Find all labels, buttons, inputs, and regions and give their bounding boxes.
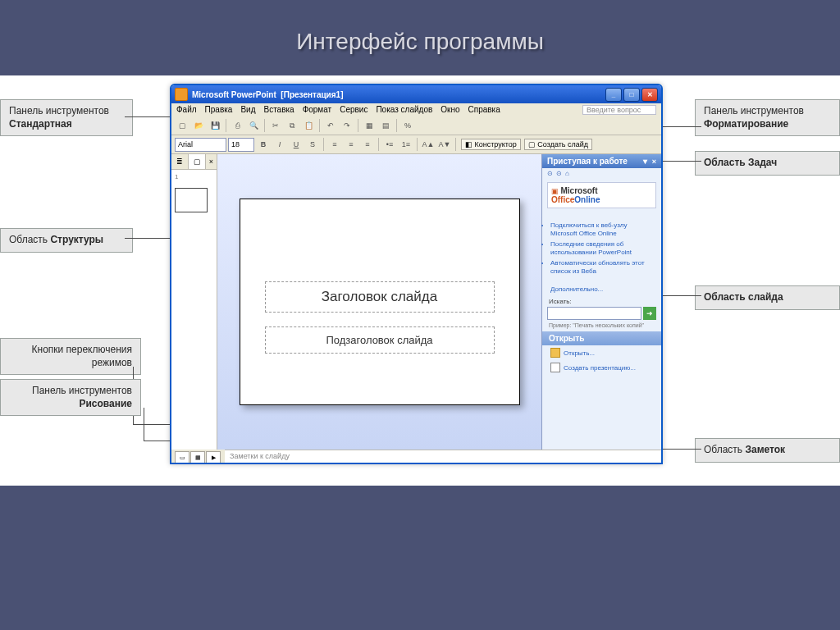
menu-slideshow[interactable]: Показ слайдов — [376, 105, 432, 115]
callout-task-pane: Область Задач — [695, 151, 840, 176]
increase-font-icon[interactable]: A▲ — [421, 137, 436, 152]
tp-link[interactable]: Последние сведения об использовании Powe… — [550, 240, 653, 257]
callout-view-buttons: Кнопки переключениярежимов — [0, 338, 141, 375]
table-icon[interactable]: ▤ — [378, 118, 393, 133]
slideshow-view-button[interactable]: ▶ — [206, 451, 221, 464]
new-icon[interactable]: ▢ — [175, 118, 189, 133]
open-file-link[interactable]: Открыть... — [542, 345, 661, 360]
callout-formatting-toolbar: Панель инструментовФорматирование — [695, 99, 840, 136]
menu-format[interactable]: Формат — [303, 105, 332, 115]
leader-line — [144, 441, 172, 441]
shadow-icon[interactable]: S — [305, 137, 320, 152]
work-area: ≣ ▢ × 1 Заголовок слайда Подзаголовок сл… — [171, 154, 661, 450]
align-left-icon[interactable]: ≡ — [327, 137, 342, 152]
title-bar[interactable]: Microsoft PowerPoint [Презентация1] _ □ … — [171, 85, 661, 103]
menu-help[interactable]: Справка — [468, 105, 500, 115]
callout-slide-area: Область слайда — [695, 285, 840, 310]
bullets-icon[interactable]: •≡ — [382, 137, 397, 152]
thumb-number: 1 — [175, 173, 178, 180]
new-presentation-link[interactable]: Создать презентацию... — [542, 360, 661, 375]
task-pane-nav[interactable]: ⊙⊙⌂ — [542, 168, 661, 179]
font-size-box[interactable]: 18 — [228, 138, 254, 152]
align-right-icon[interactable]: ≡ — [360, 137, 375, 152]
task-pane-header[interactable]: Приступая к работе ▾ × — [542, 154, 661, 168]
leader-line — [656, 161, 701, 162]
menu-insert[interactable]: Вставка — [263, 105, 294, 115]
help-question-box[interactable]: Введите вопрос — [582, 105, 656, 115]
leader-line — [125, 116, 170, 117]
tp-link[interactable]: Подключиться к веб-узлу Microsoft Office… — [550, 221, 653, 238]
title-placeholder[interactable]: Заголовок слайда — [265, 281, 495, 313]
new-doc-icon — [550, 363, 560, 372]
decrease-font-icon[interactable]: A▼ — [437, 137, 452, 152]
underline-icon[interactable]: U — [289, 137, 304, 152]
view-buttons: ▭ ▦ ▶ — [171, 450, 225, 464]
outline-tab-slides[interactable]: ▢ — [189, 154, 206, 169]
tp-more-link[interactable]: Дополнительно... — [542, 285, 661, 296]
close-button[interactable]: ✕ — [641, 88, 658, 102]
powerpoint-window: Microsoft PowerPoint [Презентация1] _ □ … — [170, 84, 663, 464]
leader-line — [133, 424, 174, 425]
callout-standard-toolbar: Панель инструментовСтандартная — [0, 99, 133, 136]
search-example: Пример: "Печать нескольких копий" — [542, 322, 661, 331]
page-title: Интерфейс программы — [0, 0, 840, 75]
designer-button[interactable]: ◧ Конструктор — [461, 139, 521, 150]
undo-icon[interactable]: ↶ — [323, 118, 338, 133]
menu-tools[interactable]: Сервис — [340, 105, 368, 115]
callout-drawing-toolbar: Панель инструментовРисование — [0, 379, 141, 416]
menu-edit[interactable]: Правка — [205, 105, 233, 115]
callout-notes-area: Область Заметок — [695, 438, 840, 463]
slide-thumbnail[interactable] — [175, 188, 208, 212]
italic-icon[interactable]: I — [272, 137, 287, 152]
task-pane-open-header: Открыть — [542, 331, 661, 345]
leader-line — [144, 408, 144, 441]
menu-file[interactable]: Файл — [176, 105, 197, 115]
task-pane-close-icon[interactable]: × — [652, 158, 656, 166]
task-pane-search-input[interactable] — [547, 307, 641, 320]
outline-tab-text[interactable]: ≣ — [171, 154, 189, 169]
title-text: Microsoft PowerPoint [Презентация1] — [192, 90, 604, 99]
cut-icon[interactable]: ✂ — [268, 118, 283, 133]
menu-window[interactable]: Окно — [441, 105, 459, 115]
app-icon — [175, 88, 188, 101]
slide-canvas[interactable]: Заголовок слайда Подзаголовок слайда — [240, 199, 520, 405]
diagram-canvas: Панель инструментовСтандартная Область С… — [0, 75, 840, 486]
search-go-button[interactable]: ➜ — [643, 307, 656, 320]
callout-outline-area: Область Структуры — [0, 228, 133, 253]
chart-icon[interactable]: ▦ — [362, 118, 377, 133]
minimize-button[interactable]: _ — [605, 88, 622, 102]
tp-link[interactable]: Автоматически обновлять этот список из В… — [550, 259, 653, 276]
menu-view[interactable]: Вид — [240, 105, 255, 115]
outline-tab-close[interactable]: × — [206, 154, 217, 169]
paste-icon[interactable]: 📋 — [301, 118, 316, 133]
formatting-toolbar: Arial 18 B I U S ≡ ≡ ≡ •≡ 1≡ A▲ A▼ ◧ Кон… — [171, 135, 661, 154]
standard-toolbar: ▢ 📂 💾 ⎙ 🔍 ✂ ⧉ 📋 ↶ ↷ ▦ ▤ % — [171, 116, 661, 135]
print-icon[interactable]: ⎙ — [230, 118, 244, 133]
align-center-icon[interactable]: ≡ — [344, 137, 358, 152]
office-online-box[interactable]: ▣ MicrosoftOfficeOnline — [547, 182, 656, 208]
sorter-view-button[interactable]: ▦ — [190, 451, 205, 464]
open-icon[interactable]: 📂 — [191, 118, 206, 133]
menu-bar: Файл Правка Вид Вставка Формат Сервис По… — [171, 103, 661, 116]
notes-pane[interactable]: Заметки к слайду — [225, 450, 661, 464]
redo-icon[interactable]: ↷ — [340, 118, 354, 133]
folder-icon — [550, 348, 560, 358]
save-icon[interactable]: 💾 — [208, 118, 222, 133]
normal-view-button[interactable]: ▭ — [175, 451, 189, 464]
maximize-button[interactable]: □ — [623, 88, 640, 102]
new-slide-button[interactable]: ▢ Создать слайд — [524, 139, 592, 150]
task-pane-links: Подключиться к веб-узлу Microsoft Office… — [542, 219, 661, 278]
search-label: Искать: — [542, 296, 661, 305]
zoom-icon[interactable]: % — [400, 118, 415, 133]
copy-icon[interactable]: ⧉ — [285, 118, 299, 133]
subtitle-placeholder[interactable]: Подзаголовок слайда — [265, 326, 495, 354]
task-pane: Приступая к работе ▾ × ⊙⊙⌂ ▣ MicrosoftOf… — [541, 154, 661, 450]
preview-icon[interactable]: 🔍 — [246, 118, 261, 133]
numbering-icon[interactable]: 1≡ — [399, 137, 413, 152]
slide-area[interactable]: Заголовок слайда Подзаголовок слайда — [217, 154, 541, 450]
outline-pane[interactable]: ≣ ▢ × 1 — [171, 154, 217, 450]
bold-icon[interactable]: B — [256, 137, 271, 152]
font-name-box[interactable]: Arial — [175, 138, 226, 152]
